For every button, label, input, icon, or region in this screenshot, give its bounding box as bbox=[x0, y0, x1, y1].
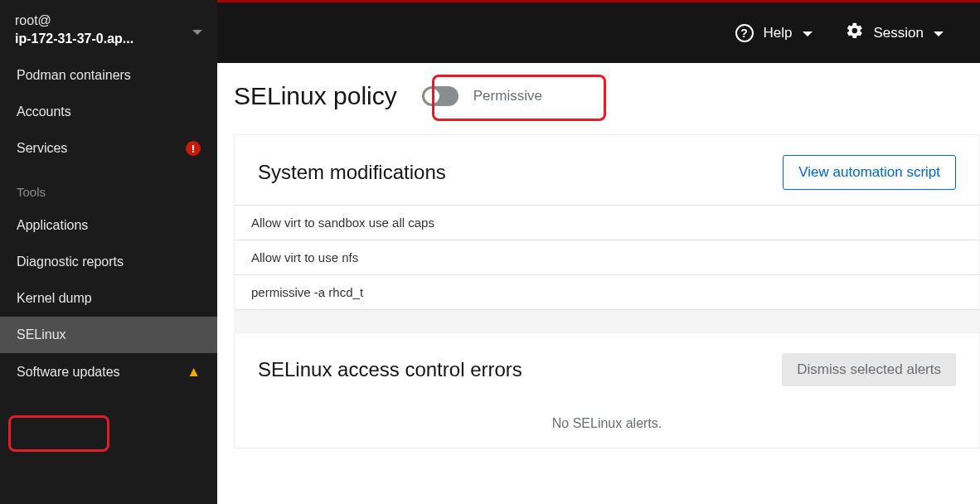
errors-card: SELinux access control errors Dismiss se… bbox=[234, 332, 980, 448]
main: ? Help Session SELinux policy Permissive bbox=[217, 0, 980, 504]
toggle-label: Permissive bbox=[473, 88, 542, 104]
help-label: Help bbox=[764, 25, 793, 41]
sidebar-item-label: Diagnostic reports bbox=[17, 254, 124, 269]
sidebar-section-tools: Tools bbox=[0, 167, 217, 207]
sidebar: root@ ip-172-31-37-0.ap... Podman contai… bbox=[0, 0, 217, 504]
modification-item[interactable]: Allow virt to use nfs bbox=[235, 240, 979, 275]
host-label: root@ ip-172-31-37-0.ap... bbox=[15, 12, 192, 47]
chevron-down-icon bbox=[192, 30, 202, 35]
help-icon: ? bbox=[735, 24, 754, 42]
session-label: Session bbox=[874, 25, 924, 41]
sidebar-item-software-updates[interactable]: Software updates ▲ bbox=[0, 353, 217, 391]
warning-icon: ▲ bbox=[187, 364, 201, 380]
sidebar-item-label: Services bbox=[17, 141, 67, 156]
session-menu[interactable]: Session bbox=[829, 22, 960, 44]
sidebar-item-label: Applications bbox=[17, 218, 88, 233]
content: SELinux policy Permissive System modific… bbox=[217, 63, 980, 448]
toggle-knob bbox=[425, 89, 439, 104]
title-row: SELinux policy Permissive bbox=[234, 80, 980, 134]
alert-icon: ! bbox=[186, 141, 201, 156]
chevron-down-icon bbox=[803, 32, 813, 36]
modifications-title: System modifications bbox=[258, 161, 783, 184]
topbar: ? Help Session bbox=[217, 0, 980, 63]
highlight-selinux bbox=[8, 415, 109, 452]
sidebar-item-label: Kernel dump bbox=[17, 291, 92, 306]
gear-icon bbox=[846, 22, 864, 44]
sidebar-item-podman[interactable]: Podman containers bbox=[0, 57, 217, 94]
errors-empty: No SELinux alerts. bbox=[235, 401, 979, 448]
sidebar-item-diagnostic[interactable]: Diagnostic reports bbox=[0, 244, 217, 280]
sidebar-item-accounts[interactable]: Accounts bbox=[0, 94, 217, 130]
policy-toggle[interactable] bbox=[422, 86, 458, 106]
sidebar-item-applications[interactable]: Applications bbox=[0, 207, 217, 244]
sidebar-item-services[interactable]: Services ! bbox=[0, 130, 217, 167]
help-menu[interactable]: ? Help bbox=[719, 24, 829, 42]
sidebar-item-label: SELinux bbox=[17, 327, 66, 342]
sidebar-item-label: Accounts bbox=[17, 104, 71, 119]
selinux-toggle-group: Permissive bbox=[414, 80, 557, 113]
modifications-card: System modifications View automation scr… bbox=[234, 134, 980, 311]
sidebar-item-selinux[interactable]: SELinux bbox=[0, 317, 217, 353]
view-automation-button[interactable]: View automation script bbox=[783, 155, 956, 190]
errors-title: SELinux access control errors bbox=[258, 358, 782, 381]
sidebar-item-label: Software updates bbox=[17, 365, 120, 380]
page-title: SELinux policy bbox=[234, 82, 397, 110]
sidebar-item-label: Podman containers bbox=[17, 68, 131, 83]
modification-item[interactable]: Allow virt to sandbox use all caps bbox=[235, 206, 979, 240]
modifications-list: Allow virt to sandbox use all caps Allow… bbox=[235, 205, 979, 310]
sidebar-item-kernel-dump[interactable]: Kernel dump bbox=[0, 280, 217, 317]
chevron-down-icon bbox=[934, 32, 944, 36]
modification-item[interactable]: permissive -a rhcd_t bbox=[235, 275, 979, 310]
dismiss-alerts-button[interactable]: Dismiss selected alerts bbox=[782, 353, 956, 386]
host-selector[interactable]: root@ ip-172-31-37-0.ap... bbox=[0, 0, 217, 57]
